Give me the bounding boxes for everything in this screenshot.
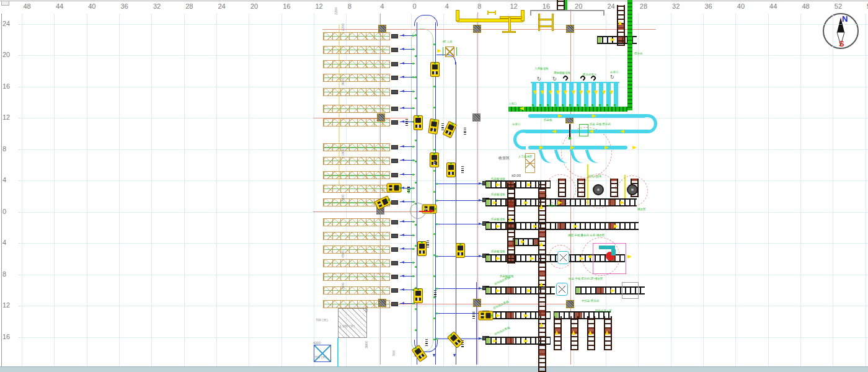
ruler-left-label: 16 [2,83,10,90]
grid-vertical-line [735,14,736,366]
grid-horizontal-line [19,337,868,338]
horizontal-scrollbar[interactable] [0,366,868,372]
overhead-path-h [539,19,552,20]
grid-vertical-line [87,14,87,366]
grid-vertical-line [22,14,22,366]
path-node [433,107,435,108]
ruler-top-label: 12 [316,3,323,10]
rotate-symbol-icon: ↻ [552,77,557,82]
path-arrow-icon [401,145,404,148]
platform-bracket [530,10,531,16]
roller-conveyor-vertical [617,5,625,46]
path-arrow-icon [401,275,404,277]
flow-arrow-icon [493,339,497,343]
station-marker [378,25,386,33]
dimension-label: 3900 [365,341,369,348]
ruler-top-label: 36 [121,3,128,10]
path-arrow-icon [453,354,456,357]
flow-arrow-icon [589,130,593,133]
ruler-top-label: 12 [510,3,518,10]
ruler-left-label: 12 [2,114,10,121]
equipment-label: 缓存区 [637,208,646,211]
path-arrow-icon [401,173,404,175]
flow-arrow-icon [570,146,575,149]
flow-arrow-icon [493,201,497,205]
roller-conveyor-vertical [557,0,565,11]
robot-arm [611,249,616,255]
rack-dock [391,159,398,163]
flow-arrow-icon [572,330,575,335]
equipment-label: 出库口 [610,71,619,74]
overhead-path-u [456,10,459,21]
station-marker [566,300,574,308]
path-node [433,149,435,151]
ruler-top-label: 40 [737,3,745,10]
storage-rack-row [323,218,390,226]
path-node [433,86,435,87]
path-arrow-icon [401,234,404,236]
equipment-label: 4F 入库 [443,41,453,44]
dimension-label: 700 (米) [316,319,328,322]
path-node [436,200,438,202]
path-node [436,312,438,314]
path-node [412,248,414,250]
station-marker [472,113,480,122]
rack-dock [391,90,398,94]
dimension-label: 700 (米) [314,356,327,360]
flow-arrow-icon [611,38,615,42]
lift-station [557,251,569,264]
roller-conveyor [513,238,539,246]
agv-vehicle [417,241,427,256]
flow-arrow-icon [614,224,618,228]
flow-arrow-icon [558,201,562,205]
equipment-label: 周转箱输送线 [554,72,570,75]
station-marker [473,25,481,33]
path-node [415,308,417,310]
path-arrow-icon [401,107,404,109]
agv-vehicle [414,115,423,130]
roller-conveyor-vertical [507,183,515,264]
ruler-top-label: 4 [445,3,449,10]
sorter-arrow-icon [602,91,606,95]
roller-conveyor-vertical [538,182,546,372]
agv-vehicle [387,184,402,193]
storage-rack-row [323,74,390,82]
storage-rack-row [323,273,390,281]
layout-canvas[interactable]: N S 484440363228242016128404812162024283… [0,0,868,372]
path-node [412,234,414,236]
sorter-arrow-icon [579,91,583,95]
agv-connector-path [436,224,485,224]
path-arrow-icon [401,90,404,92]
ruler-left-label: 12 [2,302,10,309]
ruler-left-label: 8 [2,271,6,278]
rotate-symbol-icon: ↻ [537,77,541,82]
equipment-label: 机器人拆垛 [588,175,602,179]
path-node [433,233,435,235]
serpentine-turn [645,114,657,133]
path-arrow-icon [401,48,404,50]
path-arrow-icon [401,200,404,203]
grid-horizontal-line [19,24,868,25]
flow-arrow-icon [533,224,538,228]
agv-connector-path [436,313,485,314]
rack-dock [391,288,398,293]
trunk-uturn-top [414,15,438,26]
ruler-top-label: 0 [413,3,417,10]
ruler-top-label: 24 [608,3,615,10]
path-node [436,183,438,185]
grid-horizontal-line [19,306,868,306]
path-node [433,317,435,319]
rotate-symbol-icon: ↻ [610,75,614,80]
flow-arrow-icon [555,330,559,335]
path-arrow-icon [401,302,404,304]
overhead-path-t [502,31,516,33]
overhead-path-u [456,19,525,22]
path-node [433,43,435,45]
rack-dock [391,145,398,149]
flow-arrow-icon [524,339,528,343]
sorter-station-stem [569,124,570,138]
path-arrow-icon [401,34,404,37]
agv-vehicle [414,288,423,303]
path-arrow-icon [401,159,404,161]
rack-dock [391,302,398,306]
